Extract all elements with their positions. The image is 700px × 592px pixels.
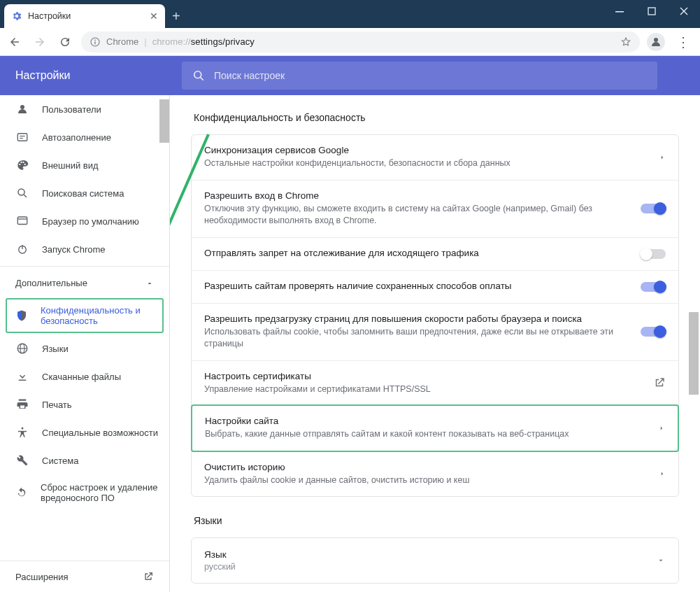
accessibility-icon (15, 426, 29, 439)
chevron-right-icon (659, 153, 666, 162)
gear-icon (11, 10, 22, 22)
svg-rect-9 (17, 134, 27, 141)
site-info-icon[interactable] (90, 36, 101, 48)
bookmark-star-icon[interactable] (620, 36, 631, 48)
sidebar-scrollbar-thumb[interactable] (159, 99, 169, 143)
sidebar-item-print[interactable]: Печать (0, 390, 169, 418)
external-link-icon (653, 376, 666, 389)
row-payment-check: Разрешить сайтам проверять наличие сохра… (192, 270, 678, 303)
row-dnt: Отправлять запрет на отслеживание для ис… (192, 237, 678, 270)
settings-header: Настройки (0, 56, 700, 95)
sidebar-item-search-engine[interactable]: Поисковая система (0, 179, 169, 207)
svg-line-7 (201, 78, 203, 80)
search-icon (192, 69, 206, 83)
sidebar-item-users[interactable]: Пользователи (0, 95, 169, 123)
svg-point-3 (94, 39, 96, 41)
reset-icon (15, 486, 28, 499)
svg-point-8 (20, 105, 24, 109)
svg-rect-0 (615, 11, 624, 13)
settings-search[interactable] (182, 62, 657, 90)
sidebar-item-startup[interactable]: Запуск Chrome (0, 235, 169, 263)
nav-back-button[interactable] (6, 33, 24, 51)
url-text: chrome://settings/privacy (152, 36, 255, 47)
languages-card: Язык русский (191, 537, 679, 584)
tab-close-icon[interactable]: ✕ (150, 10, 158, 22)
window-close-button[interactable] (668, 0, 700, 22)
settings-search-input[interactable] (214, 70, 648, 81)
toggle-preload[interactable] (641, 327, 666, 337)
row-certificates[interactable]: Настроить сертификатыУправление настройк… (192, 360, 678, 406)
chevron-down-icon (656, 557, 666, 564)
profile-avatar[interactable] (647, 33, 665, 51)
row-sync[interactable]: Синхронизация сервисов GoogleОстальные н… (192, 135, 678, 180)
sidebar-separator (0, 266, 169, 267)
address-bar[interactable]: Chrome | chrome://settings/privacy (81, 31, 640, 52)
shield-icon (15, 309, 28, 322)
toggle-payment-check[interactable] (641, 282, 666, 292)
sidebar-advanced-toggle[interactable]: Дополнительные (0, 269, 169, 297)
wrench-icon (15, 454, 29, 467)
power-icon (15, 243, 29, 255)
privacy-card: Синхронизация сервисов GoogleОстальные н… (191, 134, 679, 497)
chevron-up-icon (145, 279, 154, 288)
tabstrip: Настройки ✕ + (0, 0, 187, 28)
sidebar-item-extensions[interactable]: Расширения (0, 561, 169, 592)
window-maximize-button[interactable] (636, 0, 668, 22)
settings-sidebar: Пользователи Автозаполнение Внешний вид … (0, 95, 170, 592)
browser-toolbar: Chrome | chrome://settings/privacy ⋮ (0, 28, 700, 56)
window-minimize-button[interactable] (603, 0, 636, 22)
download-icon (15, 370, 29, 383)
section-title-privacy: Конфиденциальность и безопасность (194, 112, 679, 123)
settings-main: Конфиденциальность и безопасность Синхро… (170, 95, 700, 592)
sidebar-item-default-browser[interactable]: Браузер по умолчанию (0, 207, 169, 235)
tab-title: Настройки (28, 11, 144, 21)
chevron-right-icon (659, 469, 666, 479)
main-scrollbar-thumb[interactable] (689, 312, 699, 395)
autofill-icon (15, 131, 29, 143)
svg-point-5 (654, 38, 658, 42)
row-language[interactable]: Язык русский (192, 538, 678, 583)
toggle-allow-signin[interactable] (641, 204, 666, 213)
svg-point-12 (18, 189, 24, 195)
svg-line-13 (24, 195, 27, 197)
sidebar-item-privacy[interactable]: Конфиденциальность и безопасность (6, 298, 164, 333)
svg-point-21 (22, 428, 24, 430)
globe-icon (15, 342, 29, 355)
toggle-dnt[interactable] (641, 249, 666, 259)
row-allow-signin: Разрешить вход в ChromeОтключив эту функ… (192, 180, 678, 237)
svg-point-6 (194, 71, 201, 78)
section-title-languages: Языки (194, 515, 679, 526)
window-titlebar: Настройки ✕ + (0, 0, 700, 28)
browser-tab[interactable]: Настройки ✕ (4, 4, 165, 28)
palette-icon (15, 159, 29, 171)
row-clear-history[interactable]: Очистить историюУдалить файлы cookie и д… (192, 451, 678, 497)
print-icon (15, 398, 29, 411)
nav-forward-button[interactable] (31, 33, 49, 51)
window-controls (603, 0, 700, 22)
new-tab-button[interactable]: + (165, 8, 187, 24)
browser-menu-button[interactable]: ⋮ (672, 34, 694, 50)
row-site-settings[interactable]: Настройки сайтаВыбрать, какие данные отп… (191, 404, 679, 452)
sidebar-item-system[interactable]: Система (0, 446, 169, 474)
svg-rect-1 (648, 8, 655, 15)
external-link-icon (143, 571, 154, 582)
sidebar-item-appearance[interactable]: Внешний вид (0, 151, 169, 179)
search-icon (15, 187, 29, 199)
nav-reload-button[interactable] (56, 33, 74, 51)
svg-rect-4 (94, 41, 95, 44)
settings-app: Настройки Пользователи Автозаполнение Вн… (0, 56, 700, 592)
sidebar-item-downloads[interactable]: Скачанные файлы (0, 362, 169, 390)
sidebar-item-reset[interactable]: Сброс настроек и удаление вредоносного П… (0, 474, 169, 511)
row-preload: Разрешить предзагрузку страниц для повыш… (192, 303, 678, 360)
sidebar-item-autofill[interactable]: Автозаполнение (0, 123, 169, 151)
user-icon (15, 103, 29, 115)
sidebar-item-accessibility[interactable]: Специальные возможности (0, 418, 169, 446)
browser-icon (15, 215, 29, 227)
settings-title: Настройки (0, 69, 182, 82)
settings-search-area (182, 62, 700, 90)
chevron-right-icon (658, 423, 665, 433)
url-label-prefix: Chrome (106, 36, 138, 47)
sidebar-item-languages[interactable]: Языки (0, 334, 169, 362)
svg-rect-14 (17, 217, 27, 225)
